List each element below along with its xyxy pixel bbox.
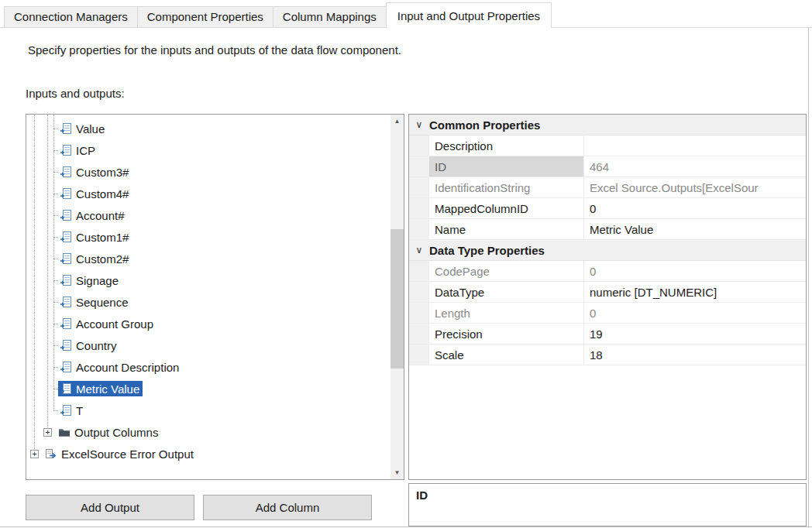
property-value[interactable]: 464 <box>584 156 806 177</box>
tree-item-value[interactable]: Value <box>26 118 391 139</box>
column-icon <box>60 361 72 373</box>
property-value[interactable]: 0 <box>584 198 806 218</box>
dialog-right-border <box>808 28 809 528</box>
tree-item-label: Custom1# <box>76 231 129 243</box>
tree-item-label: Value <box>76 123 105 135</box>
column-icon <box>60 187 72 200</box>
chevron-down-icon: ∨ <box>409 119 429 130</box>
property-value[interactable]: Metric Value <box>584 219 806 239</box>
expand-plus-icon[interactable]: + <box>43 428 52 437</box>
property-row-id[interactable]: ID 464 <box>409 156 806 177</box>
grid-gutter <box>409 345 429 365</box>
tab-column-mappings[interactable]: Column Mappings <box>273 6 387 28</box>
tab-strip: Connection Managers Component Properties… <box>0 0 812 28</box>
tree-scrollbar[interactable]: ▲ ▼ <box>391 115 404 479</box>
column-icon <box>60 317 72 330</box>
tree-item-icp[interactable]: ICP <box>26 139 391 161</box>
column-icon <box>60 231 72 243</box>
property-name[interactable]: CodePage <box>429 261 584 281</box>
grid-gutter <box>409 219 429 239</box>
tree-item-label: ExcelSource Error Output <box>61 448 194 460</box>
property-row-precision[interactable]: Precision 19 <box>409 324 806 345</box>
grid-gutter <box>409 324 429 344</box>
page-subtitle: Specify properties for the inputs and ou… <box>28 43 401 57</box>
tree-item-signage[interactable]: Signage <box>26 269 391 291</box>
property-value[interactable]: 0 <box>584 303 806 323</box>
property-row-datatype[interactable]: DataType numeric [DT_NUMERIC] <box>409 282 806 303</box>
property-value[interactable]: 0 <box>584 261 806 281</box>
property-row-length[interactable]: Length 0 <box>409 303 806 324</box>
tree-item-label: Account Description <box>76 362 179 373</box>
property-row-scale[interactable]: Scale 18 <box>409 345 806 365</box>
scroll-down-icon[interactable]: ▼ <box>391 466 404 479</box>
tab-component-properties[interactable]: Component Properties <box>137 6 274 28</box>
tree-item-label: Signage <box>76 275 119 286</box>
property-name[interactable]: IdentificationString <box>429 177 584 197</box>
property-name[interactable]: Name <box>429 219 584 239</box>
column-icon <box>60 274 72 286</box>
property-name[interactable]: Length <box>429 303 584 323</box>
grid-gutter <box>409 177 429 197</box>
property-row-identificationstring[interactable]: IdentificationString Excel Source.Output… <box>409 177 806 198</box>
tab-input-output-properties[interactable]: Input and Output Properties <box>386 2 552 28</box>
folder-icon <box>58 426 71 438</box>
tree-item-custom2[interactable]: Custom2# <box>26 248 391 269</box>
property-value[interactable] <box>584 135 806 156</box>
tree-item-account-description[interactable]: Account Description <box>26 356 391 378</box>
expand-plus-icon[interactable]: + <box>30 450 39 458</box>
property-help-pane: ID <box>408 483 807 526</box>
category-data-type-properties[interactable]: ∨ Data Type Properties <box>409 240 806 261</box>
scrollbar-thumb[interactable] <box>391 229 404 369</box>
tree-item-country[interactable]: Country <box>26 334 391 356</box>
tree-item-custom1[interactable]: Custom1# <box>26 226 391 248</box>
scroll-up-icon[interactable]: ▲ <box>391 115 404 128</box>
help-property-title: ID <box>416 489 799 502</box>
column-icon <box>60 252 72 265</box>
tree-item-label: Custom4# <box>76 188 129 200</box>
property-name[interactable]: Scale <box>429 345 584 365</box>
property-name[interactable]: MappedColumnID <box>429 198 584 218</box>
advanced-editor-dialog: Connection Managers Component Properties… <box>0 0 812 528</box>
dialog-bottom-border <box>0 526 812 527</box>
property-row-mappedcolumnid[interactable]: MappedColumnID 0 <box>409 198 806 219</box>
grid-gutter <box>409 156 429 177</box>
property-value[interactable]: Excel Source.Outputs[ExcelSour <box>584 177 806 197</box>
inputs-outputs-label: Inputs and outputs: <box>26 87 125 100</box>
tree-item-label: Country <box>76 340 117 351</box>
tree-item-custom4[interactable]: Custom4# <box>26 183 391 204</box>
add-column-button[interactable]: Add Column <box>203 495 372 520</box>
tab-connection-managers[interactable]: Connection Managers <box>4 6 138 28</box>
category-common-properties[interactable]: ∨ Common Properties <box>409 115 806 135</box>
property-value[interactable]: 18 <box>584 345 806 365</box>
tree-item-metric-value[interactable]: Metric Value <box>26 378 391 399</box>
property-value[interactable]: 19 <box>584 324 806 344</box>
property-row-name[interactable]: Name Metric Value <box>409 219 806 240</box>
property-name[interactable]: Precision <box>429 324 584 344</box>
tree-item-label: Custom3# <box>76 166 129 178</box>
grid-gutter <box>409 135 429 156</box>
property-name[interactable]: ID <box>429 156 584 177</box>
tree-item-label: Account Group <box>76 318 153 330</box>
property-name[interactable]: DataType <box>429 282 584 302</box>
tree-item-excelsource-error-output[interactable]: + ExcelSource Error Output <box>26 443 391 465</box>
tree-item-output-columns[interactable]: + Output Columns <box>26 421 391 443</box>
property-row-description[interactable]: Description <box>409 135 806 156</box>
tree-item-t[interactable]: T <box>26 399 391 421</box>
property-row-codepage[interactable]: CodePage 0 <box>409 261 806 282</box>
grid-gutter <box>409 282 429 302</box>
property-value[interactable]: numeric [DT_NUMERIC] <box>584 282 806 302</box>
tree-item-label: T <box>76 405 83 417</box>
category-title: Data Type Properties <box>429 244 545 257</box>
tree-item-sequence[interactable]: Sequence <box>26 291 391 313</box>
tree-item-custom3[interactable]: Custom3# <box>26 161 391 183</box>
add-output-button[interactable]: Add Output <box>26 495 194 520</box>
tree-item-label: Account# <box>76 210 125 221</box>
tree-item-account-group[interactable]: Account Group <box>26 313 391 334</box>
tree-item-label: Output Columns <box>74 427 158 438</box>
tree-item-label: Sequence <box>76 297 129 308</box>
property-name[interactable]: Description <box>429 135 584 156</box>
grid-gutter <box>409 198 429 218</box>
error-output-icon <box>45 447 57 460</box>
tree-item-account[interactable]: Account# <box>26 204 391 226</box>
column-icon <box>60 296 72 308</box>
